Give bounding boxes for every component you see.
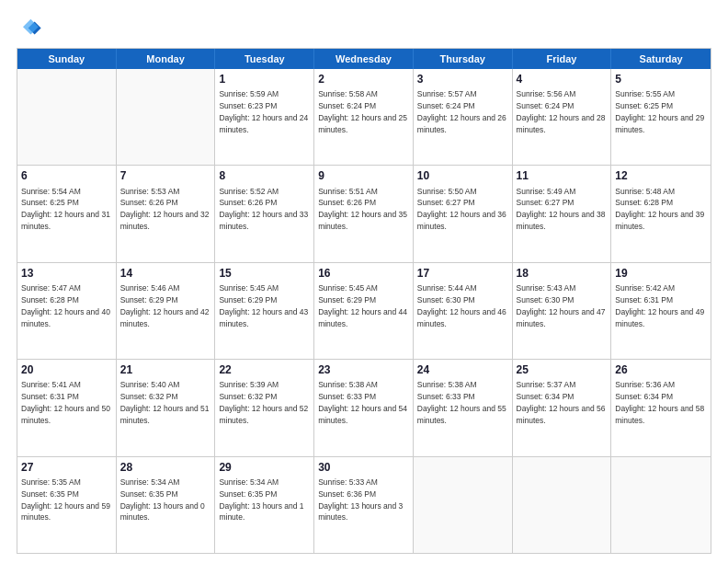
cell-text: Sunrise: 5:43 AM Sunset: 6:30 PM Dayligh… [517,283,606,328]
logo-icon [17,17,42,42]
calendar-cell: 12Sunrise: 5:48 AM Sunset: 6:28 PM Dayli… [611,166,711,261]
day-number: 1 [219,72,310,86]
calendar-header-cell: Sunday [17,49,117,69]
cell-text: Sunrise: 5:56 AM Sunset: 6:24 PM Dayligh… [517,89,606,134]
calendar-cell: 13Sunrise: 5:47 AM Sunset: 6:28 PM Dayli… [17,263,117,359]
day-number: 4 [517,72,608,86]
day-number: 23 [318,362,409,377]
calendar-cell: 28Sunrise: 5:34 AM Sunset: 6:35 PM Dayli… [117,457,216,553]
cell-text: Sunrise: 5:39 AM Sunset: 6:32 PM Dayligh… [219,380,308,425]
cell-text: Sunrise: 5:33 AM Sunset: 6:36 PM Dayligh… [318,477,403,523]
calendar-header-cell: Friday [513,49,612,69]
day-number: 28 [120,460,211,475]
cell-text: Sunrise: 5:37 AM Sunset: 6:34 PM Dayligh… [517,380,606,425]
calendar-cell: 26Sunrise: 5:36 AM Sunset: 6:34 PM Dayli… [611,360,711,455]
day-number: 15 [219,266,310,281]
calendar-cell: 5Sunrise: 5:55 AM Sunset: 6:25 PM Daylig… [611,69,711,165]
calendar-cell: 2Sunrise: 5:58 AM Sunset: 6:24 PM Daylig… [314,69,414,165]
calendar-cell: 3Sunrise: 5:57 AM Sunset: 6:24 PM Daylig… [414,69,513,165]
day-number: 17 [417,266,508,281]
day-number: 25 [517,362,608,377]
calendar-cell: 22Sunrise: 5:39 AM Sunset: 6:32 PM Dayli… [215,360,314,455]
cell-text: Sunrise: 5:52 AM Sunset: 6:26 PM Dayligh… [219,187,308,232]
calendar-cell [17,69,117,165]
calendar-cell [414,457,513,553]
calendar-cell: 1Sunrise: 5:59 AM Sunset: 6:23 PM Daylig… [215,69,314,165]
calendar-header-cell: Thursday [414,49,513,69]
cell-text: Sunrise: 5:46 AM Sunset: 6:29 PM Dayligh… [120,283,210,328]
cell-text: Sunrise: 5:55 AM Sunset: 6:25 PM Dayligh… [615,89,704,134]
calendar-body: 1Sunrise: 5:59 AM Sunset: 6:23 PM Daylig… [17,69,711,553]
cell-text: Sunrise: 5:57 AM Sunset: 6:24 PM Dayligh… [417,89,506,134]
day-number: 16 [318,266,409,281]
cell-text: Sunrise: 5:38 AM Sunset: 6:33 PM Dayligh… [318,380,407,425]
day-number: 2 [318,72,409,86]
calendar-cell: 9Sunrise: 5:51 AM Sunset: 6:26 PM Daylig… [314,166,414,261]
day-number: 22 [219,362,310,377]
calendar-header-row: SundayMondayTuesdayWednesdayThursdayFrid… [17,49,711,69]
calendar-cell: 19Sunrise: 5:42 AM Sunset: 6:31 PM Dayli… [611,263,711,359]
day-number: 8 [219,168,310,183]
calendar-cell: 11Sunrise: 5:49 AM Sunset: 6:27 PM Dayli… [513,166,612,261]
page: SundayMondayTuesdayWednesdayThursdayFrid… [0,0,728,563]
calendar-header-cell: Saturday [611,49,711,69]
cell-text: Sunrise: 5:58 AM Sunset: 6:24 PM Dayligh… [318,89,407,134]
calendar-cell: 20Sunrise: 5:41 AM Sunset: 6:31 PM Dayli… [17,360,117,455]
calendar-cell: 23Sunrise: 5:38 AM Sunset: 6:33 PM Dayli… [314,360,414,455]
calendar-row: 6Sunrise: 5:54 AM Sunset: 6:25 PM Daylig… [17,165,711,261]
calendar-row: 13Sunrise: 5:47 AM Sunset: 6:28 PM Dayli… [17,262,711,359]
calendar-row: 20Sunrise: 5:41 AM Sunset: 6:31 PM Dayli… [17,359,711,455]
calendar-cell: 25Sunrise: 5:37 AM Sunset: 6:34 PM Dayli… [513,360,612,455]
calendar-cell: 16Sunrise: 5:45 AM Sunset: 6:29 PM Dayli… [314,263,414,359]
calendar-cell: 4Sunrise: 5:56 AM Sunset: 6:24 PM Daylig… [513,69,612,165]
cell-text: Sunrise: 5:59 AM Sunset: 6:23 PM Dayligh… [219,89,308,134]
calendar-row: 1Sunrise: 5:59 AM Sunset: 6:23 PM Daylig… [17,69,711,165]
calendar-cell: 30Sunrise: 5:33 AM Sunset: 6:36 PM Dayli… [314,457,414,553]
day-number: 9 [318,168,409,183]
day-number: 18 [517,266,608,281]
day-number: 14 [120,266,211,281]
calendar-cell: 27Sunrise: 5:35 AM Sunset: 6:35 PM Dayli… [17,457,117,553]
cell-text: Sunrise: 5:53 AM Sunset: 6:26 PM Dayligh… [120,187,210,232]
calendar-header-cell: Tuesday [215,49,314,69]
day-number: 24 [417,362,508,377]
cell-text: Sunrise: 5:40 AM Sunset: 6:32 PM Dayligh… [120,380,210,425]
cell-text: Sunrise: 5:54 AM Sunset: 6:25 PM Dayligh… [21,187,110,232]
day-number: 5 [615,72,707,86]
cell-text: Sunrise: 5:42 AM Sunset: 6:31 PM Dayligh… [615,283,704,328]
day-number: 27 [21,460,112,475]
cell-text: Sunrise: 5:38 AM Sunset: 6:33 PM Dayligh… [417,380,506,425]
calendar-cell: 21Sunrise: 5:40 AM Sunset: 6:32 PM Dayli… [117,360,216,455]
day-number: 30 [318,460,409,475]
cell-text: Sunrise: 5:47 AM Sunset: 6:28 PM Dayligh… [21,283,110,328]
calendar-cell [117,69,216,165]
day-number: 26 [615,362,707,377]
calendar-header-cell: Wednesday [314,49,414,69]
day-number: 11 [517,168,608,183]
header [17,17,711,42]
calendar-cell: 24Sunrise: 5:38 AM Sunset: 6:33 PM Dayli… [414,360,513,455]
cell-text: Sunrise: 5:36 AM Sunset: 6:34 PM Dayligh… [615,380,704,425]
cell-text: Sunrise: 5:34 AM Sunset: 6:35 PM Dayligh… [120,477,205,523]
cell-text: Sunrise: 5:48 AM Sunset: 6:28 PM Dayligh… [615,187,704,232]
calendar-cell: 10Sunrise: 5:50 AM Sunset: 6:27 PM Dayli… [414,166,513,261]
calendar-row: 27Sunrise: 5:35 AM Sunset: 6:35 PM Dayli… [17,456,711,553]
cell-text: Sunrise: 5:51 AM Sunset: 6:26 PM Dayligh… [318,187,407,232]
day-number: 12 [615,168,707,183]
day-number: 19 [615,266,707,281]
day-number: 7 [120,168,211,183]
cell-text: Sunrise: 5:41 AM Sunset: 6:31 PM Dayligh… [21,380,110,425]
day-number: 6 [21,168,112,183]
calendar-cell: 14Sunrise: 5:46 AM Sunset: 6:29 PM Dayli… [117,263,216,359]
calendar-cell: 8Sunrise: 5:52 AM Sunset: 6:26 PM Daylig… [215,166,314,261]
logo [17,17,46,42]
day-number: 10 [417,168,508,183]
calendar: SundayMondayTuesdayWednesdayThursdayFrid… [17,48,711,554]
cell-text: Sunrise: 5:50 AM Sunset: 6:27 PM Dayligh… [417,187,506,232]
cell-text: Sunrise: 5:34 AM Sunset: 6:35 PM Dayligh… [219,477,303,523]
calendar-cell: 17Sunrise: 5:44 AM Sunset: 6:30 PM Dayli… [414,263,513,359]
day-number: 20 [21,362,112,377]
calendar-header-cell: Monday [117,49,216,69]
calendar-cell: 29Sunrise: 5:34 AM Sunset: 6:35 PM Dayli… [215,457,314,553]
cell-text: Sunrise: 5:35 AM Sunset: 6:35 PM Dayligh… [21,477,110,523]
